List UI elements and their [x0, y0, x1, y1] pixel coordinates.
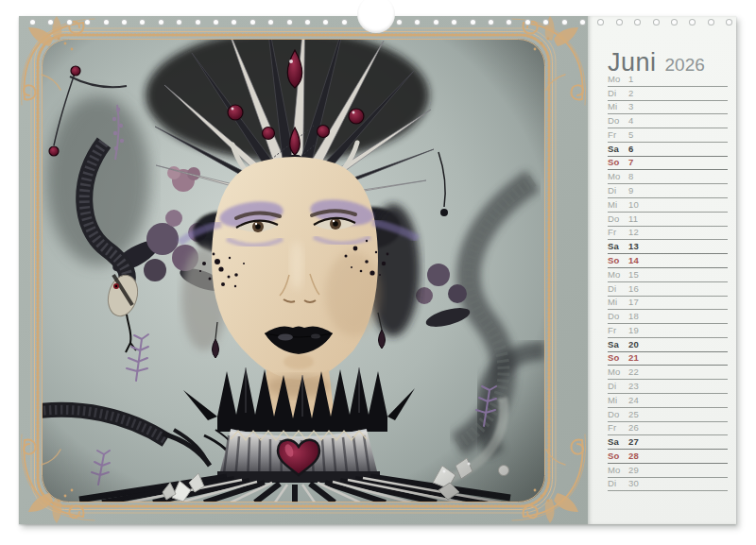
binding-hole: [708, 19, 714, 26]
weekday-label: Mi: [608, 396, 628, 405]
weekday-label: Mo: [608, 172, 628, 181]
day-number: 28: [628, 451, 639, 461]
weekday-label: Sa: [608, 242, 628, 251]
weekday-label: Di: [608, 479, 628, 488]
day-number: 22: [628, 367, 639, 377]
weekday-label: Di: [608, 89, 628, 98]
day-number: 11: [628, 214, 638, 224]
calendar-panel: Juni2026 Mo1Di2Mi3Do4Fr5Sa6So7Mo8Di9Mi10…: [588, 16, 736, 524]
portrait-illustration: [42, 39, 545, 502]
day-number: 14: [628, 256, 639, 265]
day-number: 15: [628, 270, 639, 280]
weekday-label: Sa: [608, 437, 628, 447]
weekday-label: So: [608, 158, 628, 167]
binding-hole: [304, 19, 311, 26]
day-row-3: Mi3: [608, 101, 728, 115]
weekday-label: Mo: [608, 466, 628, 475]
day-number: 25: [628, 410, 639, 419]
weekday-label: So: [608, 451, 628, 461]
day-number: 24: [628, 396, 639, 405]
weekday-label: So: [608, 353, 628, 363]
day-row-7: So7: [608, 157, 728, 171]
binding-hole: [671, 19, 678, 26]
weekday-label: Mi: [608, 102, 628, 111]
day-number: 16: [628, 284, 639, 294]
day-row-16: Di16: [608, 282, 728, 297]
weekday-label: Sa: [608, 340, 628, 349]
weekday-label: Fr: [608, 423, 628, 433]
weekday-label: Mi: [608, 298, 628, 307]
weekday-label: Fr: [608, 228, 628, 237]
weekday-label: Fr: [608, 130, 628, 140]
day-row-30: Di30: [608, 478, 728, 492]
day-row-17: Mi17: [608, 297, 728, 311]
binding-hole: [470, 19, 476, 26]
day-row-29: Mo29: [608, 464, 728, 478]
day-row-6: Sa6: [608, 143, 728, 157]
day-row-13: Sa13: [608, 240, 728, 254]
binding-hole: [66, 19, 73, 26]
binding-hole: [158, 19, 164, 26]
day-number: 26: [628, 423, 639, 433]
weekday-label: Mo: [608, 270, 628, 280]
day-number: 12: [628, 228, 639, 237]
day-row-15: Mo15: [608, 268, 728, 282]
weekday-label: Mi: [608, 200, 628, 210]
weekday-label: Mo: [608, 75, 628, 84]
day-number: 9: [628, 186, 633, 196]
weekday-label: Do: [608, 116, 628, 126]
day-row-14: So14: [608, 254, 728, 268]
binding-hole: [579, 19, 586, 26]
day-row-20: Sa20: [608, 338, 728, 352]
weekday-label: Di: [608, 382, 628, 391]
day-row-23: Di23: [608, 380, 728, 394]
binding-hole: [524, 19, 531, 26]
binding-hole: [121, 19, 128, 26]
binding-hole: [195, 19, 201, 26]
day-number: 23: [628, 382, 639, 391]
weekday-label: Sa: [608, 145, 628, 154]
day-number: 29: [628, 466, 639, 475]
image-section: [19, 16, 588, 524]
day-row-27: Sa27: [608, 435, 728, 450]
day-row-1: Mo1: [608, 73, 728, 87]
day-row-21: So21: [608, 352, 728, 366]
day-list: Mo1Di2Mi3Do4Fr5Sa6So7Mo8Di9Mi10Do11Fr12S…: [608, 73, 728, 491]
day-row-8: Mo8: [608, 170, 728, 184]
day-row-28: So28: [608, 450, 728, 464]
weekday-label: Mo: [608, 367, 628, 377]
binding-hole: [249, 19, 256, 26]
binding-hole: [213, 19, 219, 26]
day-row-11: Do11: [608, 213, 728, 227]
binding-hole: [433, 19, 439, 26]
year-label: 2026: [665, 55, 705, 75]
weekday-label: Di: [608, 284, 628, 294]
binding-hole: [29, 19, 36, 26]
day-number: 1: [628, 75, 633, 84]
day-number: 2: [628, 89, 633, 98]
binding-hole: [616, 19, 623, 26]
binding-hole: [561, 19, 568, 26]
binding-hole: [653, 19, 660, 26]
day-row-4: Do4: [608, 114, 728, 128]
day-number: 27: [628, 437, 639, 447]
day-number: 3: [628, 102, 633, 111]
day-number: 10: [628, 200, 639, 210]
binding-hole: [103, 19, 110, 26]
binding-hole: [341, 19, 348, 26]
day-row-24: Mi24: [608, 394, 728, 408]
weekday-label: Fr: [608, 326, 628, 335]
calendar-product-photo: { "calendar": { "month_label": "Juni", "…: [0, 0, 756, 545]
day-number: 19: [628, 326, 639, 335]
day-row-2: Di2: [608, 87, 728, 101]
day-number: 5: [628, 130, 633, 140]
day-row-19: Fr19: [608, 324, 728, 338]
day-number: 8: [628, 172, 633, 181]
weekday-label: Do: [608, 312, 628, 321]
day-number: 13: [628, 242, 639, 251]
day-row-25: Do25: [608, 408, 728, 422]
day-number: 30: [628, 479, 639, 488]
binding-hole: [488, 19, 494, 26]
weekday-label: Do: [608, 410, 628, 419]
binding-hole: [286, 19, 293, 26]
